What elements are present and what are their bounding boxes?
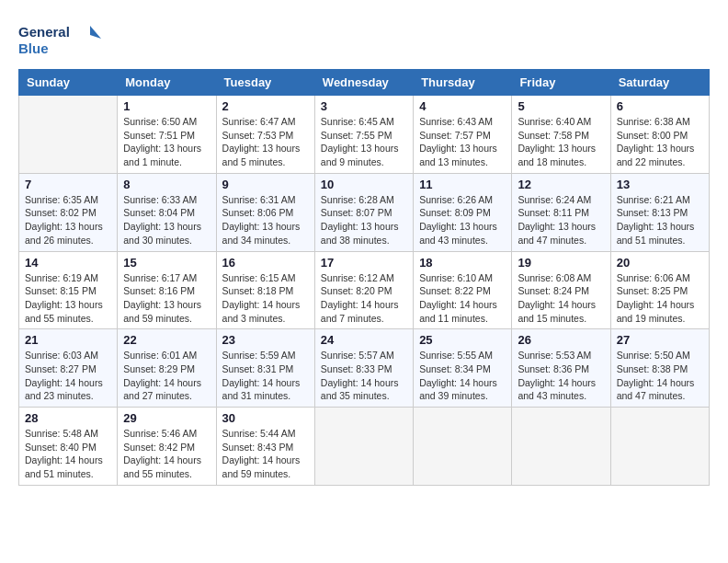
day-number: 5	[518, 99, 604, 113]
calendar-cell: 27Sunrise: 5:50 AMSunset: 8:38 PMDayligh…	[610, 329, 709, 408]
calendar-table: SundayMondayTuesdayWednesdayThursdayFrid…	[18, 69, 710, 486]
day-info: Sunrise: 5:55 AMSunset: 8:34 PMDaylight:…	[419, 349, 506, 403]
calendar-week-row: 1Sunrise: 6:50 AMSunset: 7:51 PMDaylight…	[19, 96, 710, 174]
logo: General Blue	[18, 18, 101, 60]
day-number: 15	[123, 256, 210, 270]
day-of-week-header: Tuesday	[216, 70, 314, 96]
day-info: Sunrise: 6:28 AMSunset: 8:07 PMDaylight:…	[321, 193, 407, 247]
day-number: 18	[419, 256, 506, 270]
day-number: 22	[123, 333, 210, 347]
day-info: Sunrise: 6:15 AMSunset: 8:18 PMDaylight:…	[222, 271, 309, 326]
day-number: 26	[518, 333, 604, 347]
day-number: 17	[321, 256, 407, 270]
calendar-cell: 17Sunrise: 6:12 AMSunset: 8:20 PMDayligh…	[314, 251, 413, 329]
calendar-week-row: 14Sunrise: 6:19 AMSunset: 8:15 PMDayligh…	[19, 251, 710, 329]
day-number: 14	[25, 256, 111, 270]
day-info: Sunrise: 6:10 AMSunset: 8:22 PMDaylight:…	[419, 271, 506, 326]
calendar-cell: 8Sunrise: 6:33 AMSunset: 8:04 PMDaylight…	[118, 173, 216, 251]
day-info: Sunrise: 5:50 AMSunset: 8:38 PMDaylight:…	[617, 349, 703, 403]
svg-marker-2	[90, 26, 101, 39]
calendar-cell: 18Sunrise: 6:10 AMSunset: 8:22 PMDayligh…	[414, 251, 512, 329]
header-row: SundayMondayTuesdayWednesdayThursdayFrid…	[19, 70, 710, 96]
calendar-cell: 9Sunrise: 6:31 AMSunset: 8:06 PMDaylight…	[216, 173, 314, 251]
day-info: Sunrise: 6:03 AMSunset: 8:27 PMDaylight:…	[25, 349, 111, 403]
calendar-cell	[610, 408, 709, 486]
logo-svg: General Blue	[18, 18, 101, 60]
calendar-cell: 26Sunrise: 5:53 AMSunset: 8:36 PMDayligh…	[512, 329, 610, 408]
calendar-cell: 25Sunrise: 5:55 AMSunset: 8:34 PMDayligh…	[414, 329, 512, 408]
day-number: 24	[321, 333, 407, 347]
calendar-cell	[314, 408, 413, 486]
calendar-cell	[512, 408, 610, 486]
calendar-cell: 7Sunrise: 6:35 AMSunset: 8:02 PMDaylight…	[19, 173, 118, 251]
day-info: Sunrise: 6:17 AMSunset: 8:16 PMDaylight:…	[123, 271, 210, 326]
day-info: Sunrise: 6:08 AMSunset: 8:24 PMDaylight:…	[518, 271, 604, 326]
day-info: Sunrise: 6:45 AMSunset: 7:55 PMDaylight:…	[321, 115, 407, 169]
day-info: Sunrise: 6:19 AMSunset: 8:15 PMDaylight:…	[25, 271, 111, 326]
calendar-cell: 30Sunrise: 5:44 AMSunset: 8:43 PMDayligh…	[216, 408, 314, 486]
calendar-week-row: 28Sunrise: 5:48 AMSunset: 8:40 PMDayligh…	[19, 408, 710, 486]
day-info: Sunrise: 6:31 AMSunset: 8:06 PMDaylight:…	[222, 193, 309, 247]
day-info: Sunrise: 6:50 AMSunset: 7:51 PMDaylight:…	[123, 115, 210, 169]
calendar-week-row: 21Sunrise: 6:03 AMSunset: 8:27 PMDayligh…	[19, 329, 710, 408]
calendar-cell: 4Sunrise: 6:43 AMSunset: 7:57 PMDaylight…	[414, 96, 512, 174]
day-number: 16	[222, 256, 309, 270]
day-of-week-header: Wednesday	[314, 70, 413, 96]
day-info: Sunrise: 6:21 AMSunset: 8:13 PMDaylight:…	[617, 193, 703, 247]
day-of-week-header: Monday	[118, 70, 216, 96]
day-number: 13	[617, 178, 703, 191]
calendar-cell: 16Sunrise: 6:15 AMSunset: 8:18 PMDayligh…	[216, 251, 314, 329]
day-info: Sunrise: 6:40 AMSunset: 7:58 PMDaylight:…	[518, 115, 604, 169]
day-number: 30	[222, 411, 309, 425]
day-number: 4	[419, 99, 506, 113]
day-number: 21	[25, 333, 111, 347]
calendar-cell: 21Sunrise: 6:03 AMSunset: 8:27 PMDayligh…	[19, 329, 118, 408]
day-info: Sunrise: 5:48 AMSunset: 8:40 PMDaylight:…	[25, 427, 111, 481]
calendar-cell: 29Sunrise: 5:46 AMSunset: 8:42 PMDayligh…	[118, 408, 216, 486]
page-header: General Blue	[18, 18, 710, 60]
day-number: 11	[419, 178, 506, 191]
calendar-cell: 24Sunrise: 5:57 AMSunset: 8:33 PMDayligh…	[314, 329, 413, 408]
day-info: Sunrise: 6:47 AMSunset: 7:53 PMDaylight:…	[222, 115, 309, 169]
day-number: 1	[123, 99, 210, 113]
day-of-week-header: Friday	[512, 70, 610, 96]
day-number: 7	[25, 178, 111, 191]
day-info: Sunrise: 6:06 AMSunset: 8:25 PMDaylight:…	[617, 271, 703, 326]
day-info: Sunrise: 5:59 AMSunset: 8:31 PMDaylight:…	[222, 349, 309, 403]
calendar-cell: 14Sunrise: 6:19 AMSunset: 8:15 PMDayligh…	[19, 251, 118, 329]
day-number: 10	[321, 178, 407, 191]
day-info: Sunrise: 6:38 AMSunset: 8:00 PMDaylight:…	[617, 115, 703, 169]
day-number: 9	[222, 178, 309, 191]
day-info: Sunrise: 5:57 AMSunset: 8:33 PMDaylight:…	[321, 349, 407, 403]
day-info: Sunrise: 6:24 AMSunset: 8:11 PMDaylight:…	[518, 193, 604, 247]
calendar-cell: 10Sunrise: 6:28 AMSunset: 8:07 PMDayligh…	[314, 173, 413, 251]
day-number: 25	[419, 333, 506, 347]
day-info: Sunrise: 6:01 AMSunset: 8:29 PMDaylight:…	[123, 349, 210, 403]
day-info: Sunrise: 6:26 AMSunset: 8:09 PMDaylight:…	[419, 193, 506, 247]
day-info: Sunrise: 6:35 AMSunset: 8:02 PMDaylight:…	[25, 193, 111, 247]
day-number: 29	[123, 411, 210, 425]
day-number: 23	[222, 333, 309, 347]
calendar-cell: 12Sunrise: 6:24 AMSunset: 8:11 PMDayligh…	[512, 173, 610, 251]
day-number: 3	[321, 99, 407, 113]
day-number: 20	[617, 256, 703, 270]
calendar-cell	[414, 408, 512, 486]
day-of-week-header: Thursday	[414, 70, 512, 96]
day-of-week-header: Sunday	[19, 70, 118, 96]
calendar-cell: 6Sunrise: 6:38 AMSunset: 8:00 PMDaylight…	[610, 96, 709, 174]
calendar-cell: 11Sunrise: 6:26 AMSunset: 8:09 PMDayligh…	[414, 173, 512, 251]
calendar-cell: 22Sunrise: 6:01 AMSunset: 8:29 PMDayligh…	[118, 329, 216, 408]
day-info: Sunrise: 5:53 AMSunset: 8:36 PMDaylight:…	[518, 349, 604, 403]
calendar-cell: 15Sunrise: 6:17 AMSunset: 8:16 PMDayligh…	[118, 251, 216, 329]
day-number: 28	[25, 411, 111, 425]
svg-text:Blue: Blue	[18, 40, 49, 56]
svg-text:General: General	[18, 24, 70, 40]
day-of-week-header: Saturday	[610, 70, 709, 96]
calendar-cell: 19Sunrise: 6:08 AMSunset: 8:24 PMDayligh…	[512, 251, 610, 329]
calendar-cell: 13Sunrise: 6:21 AMSunset: 8:13 PMDayligh…	[610, 173, 709, 251]
calendar-cell: 28Sunrise: 5:48 AMSunset: 8:40 PMDayligh…	[19, 408, 118, 486]
calendar-cell: 5Sunrise: 6:40 AMSunset: 7:58 PMDaylight…	[512, 96, 610, 174]
calendar-cell: 1Sunrise: 6:50 AMSunset: 7:51 PMDaylight…	[118, 96, 216, 174]
day-number: 6	[617, 99, 703, 113]
day-info: Sunrise: 6:12 AMSunset: 8:20 PMDaylight:…	[321, 271, 407, 326]
